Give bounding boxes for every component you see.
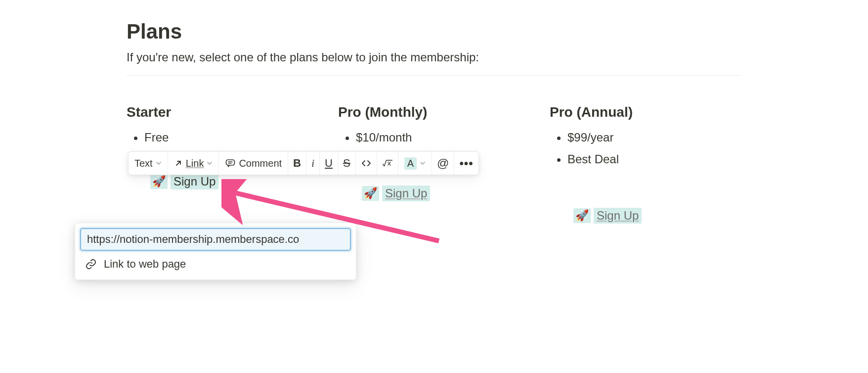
- divider: [127, 75, 741, 76]
- signup-link[interactable]: Sign Up: [594, 208, 642, 224]
- link-popup: Link to web page: [75, 223, 356, 280]
- sqrt-icon: [382, 158, 393, 169]
- rocket-icon: 🚀: [150, 174, 168, 189]
- plan-column-pro-annual: Pro (Annual) $99/year Best Deal 🚀 Sign U…: [550, 104, 741, 224]
- plan-title: Pro (Annual): [550, 104, 741, 120]
- strikethrough-button[interactable]: S: [338, 152, 356, 175]
- link-dropdown[interactable]: Link: [168, 152, 219, 175]
- bold-button[interactable]: B: [288, 152, 306, 175]
- plan-bullet: Free: [144, 128, 318, 147]
- strike-label: S: [343, 157, 350, 170]
- italic-button[interactable]: i: [306, 152, 320, 175]
- mention-button[interactable]: @: [432, 152, 454, 175]
- signup-link[interactable]: Sign Up: [171, 174, 218, 189]
- underline-label: U: [325, 157, 333, 170]
- more-icon: •••: [459, 156, 473, 170]
- plan-bullet: $10/month: [356, 128, 530, 147]
- link-to-web-page-option[interactable]: Link to web page: [80, 251, 351, 273]
- page-title: Plans: [127, 20, 741, 44]
- equation-button[interactable]: [377, 152, 398, 175]
- plan-bullet: Best Deal: [567, 150, 741, 169]
- link-label: Link: [186, 158, 204, 169]
- svg-rect-0: [226, 160, 235, 165]
- block-type-label: Text: [134, 158, 153, 169]
- signup-row: 🚀 Sign Up: [550, 208, 741, 224]
- chevron-down-icon: [207, 160, 213, 166]
- link-option-label: Link to web page: [104, 258, 186, 271]
- text-formatting-toolbar: Text Link Comment B i U S A @ •••: [128, 151, 479, 175]
- code-button[interactable]: [356, 152, 377, 175]
- chevron-down-icon: [420, 160, 426, 166]
- arrow-up-right-icon: [174, 159, 183, 168]
- rocket-icon: 🚀: [573, 208, 591, 223]
- plan-bullet: $99/year: [567, 128, 741, 147]
- signup-row: 🚀 Sign Up: [127, 174, 318, 189]
- plan-bullets: Free: [127, 128, 318, 147]
- signup-row: 🚀 Sign Up: [338, 186, 530, 201]
- page-description: If you're new, select one of the plans b…: [127, 50, 741, 64]
- more-button[interactable]: •••: [454, 152, 478, 175]
- signup-link[interactable]: Sign Up: [382, 186, 430, 201]
- block-type-dropdown[interactable]: Text: [129, 152, 168, 175]
- mention-label: @: [437, 156, 449, 170]
- italic-label: i: [311, 157, 314, 170]
- link-icon: [85, 258, 97, 270]
- plan-title: Starter: [127, 104, 318, 120]
- underline-button[interactable]: U: [320, 152, 338, 175]
- chevron-down-icon: [156, 160, 162, 166]
- code-icon: [361, 158, 372, 169]
- plan-bullets: $99/year Best Deal: [550, 128, 741, 169]
- comment-button[interactable]: Comment: [219, 152, 288, 175]
- rocket-icon: 🚀: [362, 186, 379, 201]
- color-letter: A: [404, 157, 417, 170]
- comment-label: Comment: [239, 158, 282, 169]
- text-color-dropdown[interactable]: A: [398, 152, 432, 175]
- comment-icon: [225, 158, 236, 169]
- plan-title: Pro (Monthly): [338, 104, 530, 120]
- link-url-input[interactable]: [80, 228, 351, 251]
- plan-bullets: $10/month: [338, 128, 530, 147]
- bold-label: B: [293, 157, 301, 170]
